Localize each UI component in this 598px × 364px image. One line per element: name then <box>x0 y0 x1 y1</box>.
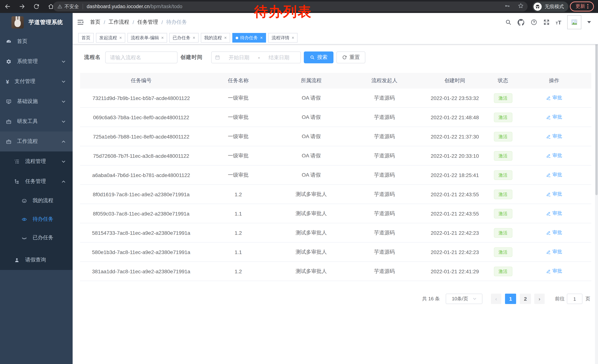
cell-starter: 芋道源码 <box>348 204 421 223</box>
sidebar-item-system[interactable]: 系统管理 <box>0 51 73 72</box>
status-badge: 激活 <box>494 151 512 161</box>
cell-starter: 芋道源码 <box>348 223 421 242</box>
cell-task-id: 069c6a63-7b8a-11ec-8ef0-acde48001122 <box>80 108 202 127</box>
tags-view-bar: 首页 发起流程× 流程表单-编辑× 已办任务× 我的流程× 待办任务× 流程详情… <box>73 32 598 44</box>
sidebar-item-infrastructure[interactable]: 基础设施 <box>0 91 73 112</box>
tab-todo-tasks[interactable]: 待办任务× <box>232 33 266 43</box>
create-time-label: 创建时间 <box>180 54 203 61</box>
cell-task-name: 1.2 <box>202 185 274 204</box>
next-page-button[interactable]: › <box>534 294 545 304</box>
url-host: dashboard.yudao.iocoder.cn <box>87 4 150 9</box>
status-badge: 激活 <box>494 132 512 141</box>
page-size-select[interactable]: 10条/页 <box>446 294 482 304</box>
sidebar-item-payment[interactable]: ¥ 支付管理 <box>0 72 73 91</box>
sidebar-item-done-tasks[interactable]: 已办任务 <box>0 228 73 247</box>
start-date-input[interactable] <box>222 54 256 61</box>
approve-link[interactable]: 审批 <box>546 229 562 236</box>
cell-starter: 芋道源码 <box>348 127 421 146</box>
close-icon[interactable]: × <box>291 36 294 40</box>
sidebar-item-process-management[interactable]: 流程管理 <box>0 152 73 171</box>
omnibox-divider <box>83 4 83 9</box>
breadcrumb-home[interactable]: 首页 <box>90 19 100 25</box>
table-row: 725a1eb6-7b88-11ec-8ef0-acde48001122 一级审… <box>80 127 591 146</box>
sidebar-item-home[interactable]: 首页 <box>0 32 73 51</box>
col-status: 状态 <box>489 73 517 89</box>
table-row: 069c6a63-7b8a-11ec-8ef0-acde48001122 一级审… <box>80 108 591 127</box>
sidebar-item-devtools[interactable]: 研发工具 <box>0 112 73 131</box>
cell-process: 测试多审批人 <box>274 185 348 204</box>
search-icon[interactable] <box>505 19 512 25</box>
status-badge: 激活 <box>494 209 512 218</box>
browser-reload-icon[interactable] <box>33 3 40 10</box>
page-button-2[interactable]: 2 <box>520 294 531 304</box>
close-icon[interactable]: × <box>161 36 164 40</box>
avatar-caret-icon[interactable] <box>587 21 591 23</box>
sidebar-item-todo-tasks[interactable]: 待办任务 <box>0 210 73 228</box>
chevron-down-icon <box>61 80 66 83</box>
tab-my-process[interactable]: 我的流程× <box>201 33 230 43</box>
tab-start-process[interactable]: 发起流程× <box>96 33 125 43</box>
cell-task-name: 一级审批 <box>202 127 274 146</box>
end-date-input[interactable] <box>262 54 296 61</box>
goto-page-input[interactable] <box>567 294 582 304</box>
browser-update-button[interactable]: 更新 <box>570 1 594 11</box>
fullscreen-icon[interactable] <box>543 19 550 25</box>
tab-process-detail[interactable]: 流程详情× <box>268 33 298 43</box>
browser-toolbar: 不安全 dashboard.yudao.iocoder.cn/bpm/task/… <box>0 0 598 13</box>
tab-done-tasks[interactable]: 已办任务× <box>169 33 199 43</box>
yen-icon: ¥ <box>6 79 9 84</box>
bookmark-star-icon[interactable] <box>518 3 524 10</box>
status-badge: 激活 <box>494 170 512 180</box>
cell-action: 审批 <box>517 262 591 281</box>
close-icon[interactable]: × <box>193 36 195 40</box>
approve-link[interactable]: 审批 <box>546 133 562 140</box>
tab-home[interactable]: 首页 <box>78 33 94 43</box>
approve-link[interactable]: 审批 <box>546 268 562 275</box>
help-icon[interactable] <box>530 19 537 25</box>
total-count: 共 16 条 <box>422 296 440 302</box>
reset-button[interactable]: 重置 <box>336 51 365 63</box>
sidebar-item-my-process[interactable]: 我的流程 <box>0 191 73 210</box>
browser-forward-icon[interactable] <box>19 3 25 10</box>
approve-link[interactable]: 审批 <box>546 114 562 121</box>
col-process: 所属流程 <box>274 73 348 89</box>
browser-back-icon[interactable] <box>4 3 11 10</box>
edit-pencil-icon <box>546 96 551 100</box>
page-unit-label: 页 <box>585 296 590 302</box>
breadcrumb-task-management[interactable]: 任务管理 <box>137 19 158 25</box>
font-size-icon[interactable]: TT <box>556 19 561 25</box>
date-range-picker[interactable]: - <box>211 51 301 63</box>
page-button-1[interactable]: 1 <box>505 294 516 304</box>
approve-link[interactable]: 审批 <box>546 249 562 255</box>
tab-process-form-edit[interactable]: 流程表单-编辑× <box>127 33 167 43</box>
approve-link[interactable]: 审批 <box>546 172 562 178</box>
close-icon[interactable]: × <box>260 36 263 40</box>
cell-starter: 芋道源码 <box>348 262 421 281</box>
cell-status: 激活 <box>489 242 517 262</box>
prev-page-button[interactable]: ‹ <box>491 294 501 304</box>
approve-link[interactable]: 审批 <box>546 210 562 217</box>
sidebar-item-workflow[interactable]: 工作流程 <box>0 131 73 152</box>
approve-link[interactable]: 审批 <box>546 191 562 198</box>
process-name-input[interactable] <box>105 51 177 63</box>
avatar[interactable] <box>567 15 581 29</box>
browser-menu-dots-icon[interactable] <box>587 4 588 8</box>
sidebar-collapse-icon[interactable] <box>77 18 84 26</box>
breadcrumb-workflow[interactable]: 工作流程 <box>108 19 129 25</box>
approve-link[interactable]: 审批 <box>546 152 562 159</box>
sidebar-item-task-management[interactable]: 任务管理 <box>0 171 73 191</box>
approve-link[interactable]: 审批 <box>546 95 562 101</box>
chevron-up-icon <box>61 139 66 144</box>
github-icon[interactable] <box>517 19 524 26</box>
close-icon[interactable]: × <box>224 36 227 40</box>
cell-create-time: 2022-01-22 21:48:48 <box>421 108 489 127</box>
search-button[interactable]: 搜索 <box>304 51 333 63</box>
logo-image <box>11 16 24 28</box>
close-icon[interactable]: × <box>119 36 122 40</box>
cell-action: 审批 <box>517 242 591 262</box>
url-bar[interactable]: 不安全 dashboard.yudao.iocoder.cn/bpm/task/… <box>53 1 528 11</box>
sidebar-item-leave-query[interactable]: 请假查询 <box>0 250 73 270</box>
briefcase-icon <box>6 119 11 124</box>
password-key-icon[interactable] <box>504 3 510 10</box>
incognito-label: 无痕模式 <box>545 3 564 10</box>
